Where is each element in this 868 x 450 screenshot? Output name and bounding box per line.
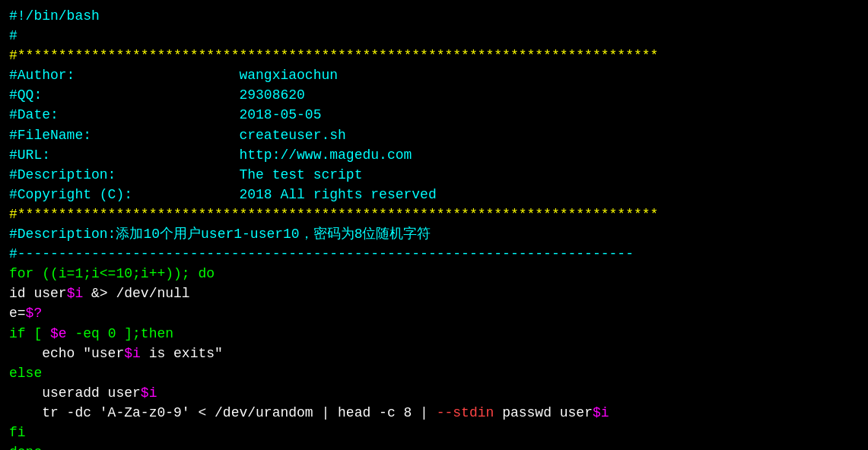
code-line: #QQ: 29308620 xyxy=(9,85,859,105)
code-line: tr -dc 'A-Za-z0-9' < /dev/urandom | head… xyxy=(9,403,859,423)
code-line: #!/bin/bash xyxy=(9,6,859,26)
code-line: echo "user$i is exits" xyxy=(9,344,859,363)
code-line: #***************************************… xyxy=(9,204,859,224)
code-line: fi xyxy=(9,423,859,442)
code-line: id user$i &> /dev/null xyxy=(9,284,859,303)
code-line: #***************************************… xyxy=(9,46,859,65)
code-line: for ((i=1;i<=10;i++)); do xyxy=(9,264,859,284)
code-line: #Author: wangxiaochun xyxy=(9,65,859,85)
code-line: done xyxy=(9,442,859,450)
code-line: useradd user$i xyxy=(9,383,859,403)
terminal-window: #!/bin/bash##***************************… xyxy=(0,0,868,450)
code-line: #Date: 2018-05-05 xyxy=(9,105,859,125)
code-line: #Copyright (C): 2018 All rights reserved xyxy=(9,185,859,204)
code-line: #Description:添加10个用户user1-user10，密码为8位随机… xyxy=(9,224,859,244)
code-line: #Description: The test script xyxy=(9,165,859,185)
code-line: else xyxy=(9,363,859,383)
code-line: #---------------------------------------… xyxy=(9,244,859,264)
code-line: e=$? xyxy=(9,303,859,323)
code-line: if [ $e -eq 0 ];then xyxy=(9,324,859,344)
code-line: #URL: http://www.magedu.com xyxy=(9,145,859,165)
code-line: #FileName: createuser.sh xyxy=(9,125,859,145)
code-line: # xyxy=(9,26,859,46)
